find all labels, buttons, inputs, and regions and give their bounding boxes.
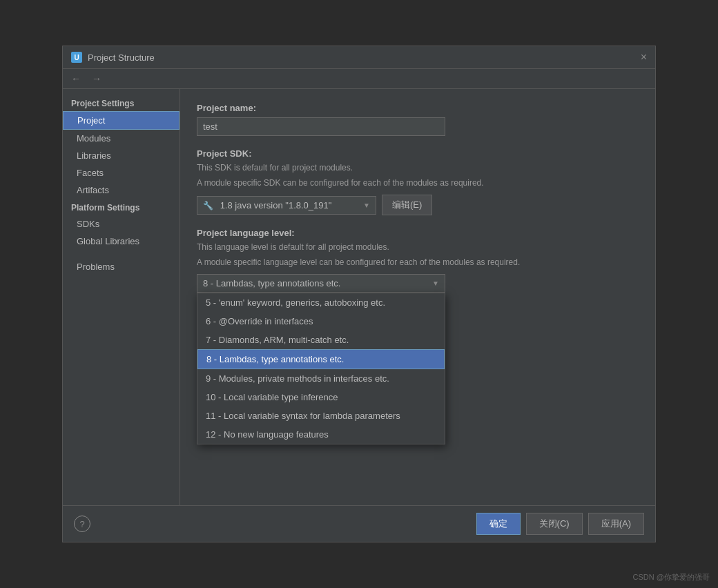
sidebar-item-problems[interactable]: Problems: [63, 258, 180, 275]
sidebar-item-modules[interactable]: Modules: [63, 130, 180, 147]
sidebar: Project Settings Project Modules Librari…: [63, 89, 180, 505]
sdk-label: Project SDK:: [197, 148, 639, 159]
title-bar: U Project Structure ×: [63, 46, 655, 69]
lang-dropdown[interactable]: 8 - Lambdas, type annotations etc. ▼: [197, 274, 445, 293]
app-icon: U: [71, 52, 82, 63]
apply-button[interactable]: 应用(A): [588, 513, 644, 535]
title-bar-left: U Project Structure: [71, 52, 155, 63]
nav-bar: ← →: [63, 69, 655, 89]
sidebar-item-sdks[interactable]: SDKs: [63, 215, 180, 233]
sidebar-item-project[interactable]: Project: [63, 111, 180, 130]
sdk-dropdown[interactable]: 🔧 1.8 java version "1.8.0_191" ▼: [197, 196, 376, 215]
project-name-input[interactable]: [197, 117, 445, 136]
project-name-label: Project name:: [197, 103, 639, 113]
sidebar-item-artifacts[interactable]: Artifacts: [63, 182, 180, 199]
lang-dropdown-value: 8 - Lambdas, type annotations etc.: [203, 278, 340, 288]
lang-option-8[interactable]: 8 - Lambdas, type annotations etc.: [197, 349, 445, 369]
edit-sdk-button[interactable]: 编辑(E): [382, 195, 432, 215]
lang-option-6[interactable]: 6 - @Override in interfaces: [197, 312, 445, 331]
lang-option-12[interactable]: 12 - No new language features: [197, 425, 445, 444]
watermark: CSDN @你挚爱的强哥: [633, 572, 710, 582]
help-button[interactable]: ?: [74, 516, 90, 532]
lang-description-2: A module specific language level can be …: [197, 256, 639, 268]
platform-settings-label: Platform Settings: [63, 199, 180, 215]
sidebar-item-facets[interactable]: Facets: [63, 164, 180, 182]
sdk-description-1: This SDK is default for all project modu…: [197, 161, 639, 174]
sdk-dropdown-arrow: ▼: [363, 202, 370, 209]
lang-dropdown-popup: 5 - 'enum' keyword, generics, autoboxing…: [197, 293, 445, 444]
lang-option-10[interactable]: 10 - Local variable type inference: [197, 388, 445, 406]
bottom-bar: ? 确定 关闭(C) 应用(A): [63, 505, 655, 542]
back-button[interactable]: ←: [68, 72, 84, 86]
close-button[interactable]: ×: [641, 52, 647, 63]
cancel-button[interactable]: 关闭(C): [526, 513, 583, 535]
lang-dropdown-arrow: ▼: [432, 280, 439, 287]
dialog-title: Project Structure: [88, 52, 155, 63]
lang-description-1: This language level is default for all p…: [197, 241, 639, 253]
content-area: Project Settings Project Modules Librari…: [63, 89, 655, 505]
lang-option-7[interactable]: 7 - Diamonds, ARM, multi-catch etc.: [197, 331, 445, 349]
confirm-button[interactable]: 确定: [476, 513, 521, 535]
sidebar-item-libraries[interactable]: Libraries: [63, 147, 180, 164]
sidebar-item-global-libraries[interactable]: Global Libraries: [63, 233, 180, 250]
project-structure-dialog: U Project Structure × ← → Project Settin…: [62, 46, 656, 542]
main-panel: Project name: Project SDK: This SDK is d…: [180, 89, 655, 505]
lang-level-label: Project language level:: [197, 228, 639, 238]
lang-option-11[interactable]: 11 - Local variable syntax for lambda pa…: [197, 406, 445, 425]
bottom-buttons: 确定 关闭(C) 应用(A): [476, 513, 644, 535]
forward-button[interactable]: →: [89, 72, 104, 86]
lang-dropdown-wrapper: 8 - Lambdas, type annotations etc. ▼ 5 -…: [197, 274, 639, 293]
sdk-row: 🔧 1.8 java version "1.8.0_191" ▼ 编辑(E): [197, 195, 639, 215]
lang-option-9[interactable]: 9 - Modules, private methods in interfac…: [197, 369, 445, 388]
project-settings-label: Project Settings: [63, 95, 180, 111]
lang-option-5[interactable]: 5 - 'enum' keyword, generics, autoboxing…: [197, 293, 445, 312]
sdk-description-2: A module specific SDK can be configured …: [197, 177, 639, 189]
sdk-dropdown-value: 🔧 1.8 java version "1.8.0_191": [203, 200, 331, 210]
